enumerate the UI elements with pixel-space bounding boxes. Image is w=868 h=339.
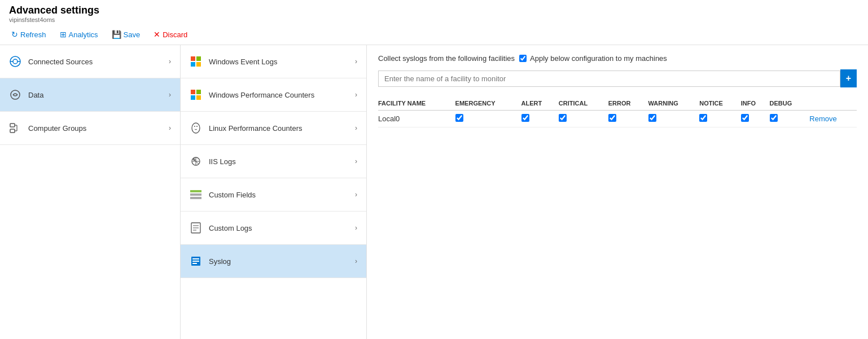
custom-fields-icon xyxy=(190,188,202,201)
data-chevron: › xyxy=(169,91,171,99)
connected-sources-icon xyxy=(9,55,21,68)
computer-groups-label: Computer Groups xyxy=(28,124,86,133)
warning-checkbox[interactable] xyxy=(648,114,656,122)
custom-fields-chevron: › xyxy=(355,191,357,199)
analytics-icon: ⊞ xyxy=(60,30,67,39)
connected-sources-chevron: › xyxy=(169,58,171,65)
table-row: Local0 Remove xyxy=(378,111,857,127)
critical-cell xyxy=(559,111,608,127)
add-facility-button[interactable]: + xyxy=(840,69,857,87)
save-icon: 💾 xyxy=(112,30,121,39)
middle-item-windows-perf-counters[interactable]: Windows Performance Counters › xyxy=(181,78,366,112)
right-panel: Collect syslogs from the following facil… xyxy=(367,45,868,339)
svg-rect-5 xyxy=(10,124,15,127)
toolbar: ↻ Refresh ⊞ Analytics 💾 Save ✕ Discard xyxy=(9,27,859,42)
windows-event-logs-chevron: › xyxy=(355,58,357,65)
svg-rect-14 xyxy=(191,90,195,94)
right-panel-header: Collect syslogs from the following facil… xyxy=(378,54,857,63)
data-label: Data xyxy=(28,91,43,99)
col-emergency: EMERGENCY xyxy=(455,96,521,111)
syslog-icon xyxy=(190,255,202,267)
info-cell xyxy=(741,111,770,127)
sidebar-item-computer-groups[interactable]: Computer Groups › xyxy=(0,112,180,145)
iis-logs-label: IIS Logs xyxy=(209,157,236,166)
col-notice: NOTICE xyxy=(699,96,740,111)
remove-button[interactable]: Remove xyxy=(809,115,836,123)
apply-check-input[interactable] xyxy=(519,55,527,62)
refresh-button[interactable]: ↻ Refresh xyxy=(9,29,49,40)
refresh-icon: ↻ xyxy=(11,30,18,39)
col-info: INFO xyxy=(741,96,770,111)
svg-rect-27 xyxy=(190,193,201,196)
facility-name-cell: Local0 xyxy=(378,111,455,127)
custom-logs-icon xyxy=(190,222,202,234)
windows-perf-counters-icon xyxy=(190,89,202,101)
svg-point-1 xyxy=(13,59,17,64)
windows-perf-counters-label: Windows Performance Counters xyxy=(209,91,314,99)
connected-sources-label: Connected Sources xyxy=(28,58,93,66)
col-debug: DEBUG xyxy=(770,96,810,111)
info-checkbox[interactable] xyxy=(741,114,749,122)
middle-item-syslog[interactable]: Syslog › xyxy=(181,245,366,278)
header: Advanced settings vipinsfstest4oms ↻ Ref… xyxy=(0,0,868,45)
middle-item-linux-perf-counters[interactable]: Linux Performance Counters › xyxy=(181,112,366,145)
svg-point-20 xyxy=(196,126,198,127)
sidebar-item-data[interactable]: Data › xyxy=(0,78,180,112)
syslog-chevron: › xyxy=(355,257,357,265)
svg-rect-13 xyxy=(196,62,201,67)
custom-logs-chevron: › xyxy=(355,224,357,232)
sidebar: Connected Sources › Data › xyxy=(0,45,181,339)
facility-name-input[interactable] xyxy=(378,71,840,87)
middle-item-custom-logs[interactable]: Custom Logs › xyxy=(181,212,366,245)
notice-cell xyxy=(699,111,740,127)
middle-item-iis-logs[interactable]: IIS Logs › xyxy=(181,145,366,178)
svg-rect-15 xyxy=(196,90,201,94)
windows-event-logs-label: Windows Event Logs xyxy=(209,58,277,66)
svg-rect-35 xyxy=(192,261,199,262)
analytics-button[interactable]: ⊞ Analytics xyxy=(58,29,100,40)
svg-rect-6 xyxy=(10,129,15,133)
syslog-label: Syslog xyxy=(209,257,231,266)
middle-item-windows-event-logs[interactable]: Windows Event Logs › xyxy=(181,45,366,78)
col-warning: WARNING xyxy=(648,96,700,111)
linux-perf-counters-chevron: › xyxy=(355,124,357,132)
notice-checkbox[interactable] xyxy=(699,114,707,122)
svg-rect-26 xyxy=(190,190,201,192)
apply-check-label[interactable]: Apply below configuration to my machines xyxy=(519,54,667,63)
middle-panel: Windows Event Logs › Windows Performance… xyxy=(181,45,367,339)
facility-input-row: + xyxy=(378,69,857,87)
svg-rect-36 xyxy=(192,263,197,264)
custom-logs-label: Custom Logs xyxy=(209,224,252,232)
discard-icon: ✕ xyxy=(154,30,160,39)
alert-checkbox[interactable] xyxy=(521,114,529,122)
col-critical: CRITICAL xyxy=(559,96,608,111)
critical-checkbox[interactable] xyxy=(559,114,567,122)
windows-perf-counters-chevron: › xyxy=(355,91,357,99)
col-actions xyxy=(809,96,857,111)
emergency-checkbox[interactable] xyxy=(455,114,463,122)
page-title: Advanced settings xyxy=(9,5,859,16)
iis-logs-chevron: › xyxy=(355,157,357,165)
col-facility-name: FACILITY NAME xyxy=(378,96,455,111)
save-button[interactable]: 💾 Save xyxy=(109,29,143,40)
svg-point-19 xyxy=(194,126,195,127)
middle-item-custom-fields[interactable]: Custom Fields › xyxy=(181,178,366,212)
col-alert: ALERT xyxy=(521,96,559,111)
windows-event-logs-icon xyxy=(190,55,202,68)
svg-rect-11 xyxy=(196,56,201,61)
computer-groups-icon xyxy=(9,122,21,134)
error-cell xyxy=(608,111,648,127)
iis-logs-icon xyxy=(190,155,202,168)
sidebar-item-connected-sources[interactable]: Connected Sources › xyxy=(0,45,180,78)
col-error: ERROR xyxy=(608,96,648,111)
data-icon xyxy=(9,89,21,101)
error-checkbox[interactable] xyxy=(608,114,616,122)
main-layout: Connected Sources › Data › xyxy=(0,45,868,339)
svg-rect-17 xyxy=(196,95,201,100)
svg-point-18 xyxy=(192,123,200,133)
svg-rect-16 xyxy=(191,95,195,100)
debug-checkbox[interactable] xyxy=(770,114,778,122)
debug-cell xyxy=(770,111,810,127)
discard-button[interactable]: ✕ Discard xyxy=(151,29,190,40)
linux-perf-counters-label: Linux Performance Counters xyxy=(209,124,302,133)
